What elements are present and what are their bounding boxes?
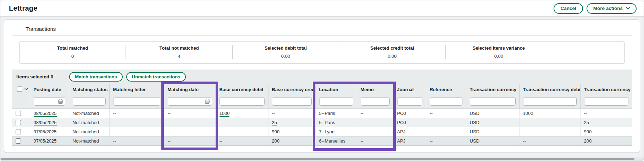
cell-matching-status: Not-matched (69, 127, 109, 136)
cell-transaction-currency-debit: -- (519, 118, 580, 127)
cell-text: USD (470, 138, 479, 144)
cell-location: 7--Lyon (315, 127, 357, 136)
cell-journal: APJ (393, 136, 426, 145)
page-body: Transactions Total matched0Total not mat… (0, 17, 644, 153)
cell-text: 25 (584, 120, 589, 125)
transactions-table: Posting dateMatching statusMatching lett… (12, 84, 632, 146)
posting-date-link[interactable]: 08/05/2025 (34, 120, 57, 126)
column-header-location[interactable]: Location (315, 84, 357, 94)
items-selected-count: Items selected 0 (16, 74, 53, 79)
base-currency-credit-link[interactable]: 25 (272, 120, 277, 126)
filter-input-reference[interactable] (430, 97, 462, 106)
column-header-base-currency-debit[interactable]: Base currency debit (216, 84, 268, 94)
filter-cell-transaction-currency-debit (519, 94, 580, 109)
cell-memo: -- (357, 136, 393, 145)
cell-text: -- (361, 111, 364, 116)
filter-input-location[interactable] (319, 97, 353, 106)
cell-text: 5--Paris (319, 120, 335, 125)
summary-stat-4: Selected items variance0,00 (445, 45, 552, 59)
cell-text: 200 (584, 138, 592, 144)
cell-text: -- (272, 111, 275, 116)
horizontal-scrollbar-thumb[interactable] (1, 158, 634, 160)
row-checkbox[interactable] (16, 120, 21, 125)
filter-input-matching-status[interactable] (73, 97, 106, 106)
posting-date-link[interactable]: 07/05/2025 (34, 138, 57, 144)
column-header-label: Transaction currency debit (523, 87, 581, 92)
cell-matching-letter: -- (109, 118, 164, 127)
unmatch-transactions-button[interactable]: Unmatch transactions (126, 72, 186, 82)
table-filter-row (12, 94, 632, 109)
filter-cell-transaction-currency-credit (580, 94, 632, 109)
cell-location: 5--Paris (315, 118, 357, 127)
filter-input-transaction-currency-credit[interactable] (584, 97, 629, 106)
column-header-reference[interactable]: Reference (426, 84, 466, 94)
summary-stat-label: Selected debit total (233, 45, 339, 51)
column-header-matching-date[interactable]: Matching date (164, 84, 216, 94)
cell-base-currency-credit: 25 (268, 118, 315, 127)
base-currency-credit-link[interactable]: 200 (272, 138, 280, 144)
cell-text: Not-matched (73, 111, 99, 116)
cell-matching-letter: -- (109, 136, 164, 145)
cell-matching-letter: -- (109, 127, 164, 136)
filter-input-transaction-currency[interactable] (470, 97, 516, 106)
cell-transaction-currency-debit: 1000 (519, 109, 580, 118)
row-checkbox[interactable] (16, 129, 21, 134)
column-header-label: Posting date (34, 87, 61, 92)
column-header-transaction-currency-debit[interactable]: Transaction currency debit (519, 84, 580, 94)
cell-transaction-currency-credit: -- (580, 109, 632, 118)
column-header-label: Journal (397, 87, 414, 92)
column-header-memo[interactable]: Memo (357, 84, 393, 94)
cell-posting-date: 07/05/2025 (30, 127, 69, 136)
filter-input-transaction-currency-debit[interactable] (523, 97, 577, 106)
calendar-icon[interactable] (58, 99, 63, 104)
cell-base-currency-debit: -- (216, 136, 268, 145)
filter-cell-posting-date (30, 94, 69, 109)
match-transactions-button[interactable]: Match transactions (69, 72, 122, 82)
select-all-checkbox[interactable] (17, 87, 22, 92)
select-menu-chevron-icon[interactable] (24, 88, 28, 90)
cell-transaction-currency-credit: 25 (580, 118, 632, 127)
cell-text: -- (523, 120, 526, 125)
column-header-matching-status[interactable]: Matching status (69, 84, 109, 94)
column-header-matching-letter[interactable]: Matching letter (109, 84, 164, 94)
table-row: 08/05/2025Not-matched------255--Paris--P… (12, 118, 632, 127)
filter-cell-reference (426, 94, 466, 109)
page-title: Lettrage (9, 4, 38, 12)
column-header-transaction-currency[interactable]: Transaction currency (466, 84, 519, 94)
summary-stat-value: 0,00 (446, 54, 552, 59)
filter-cell-base-currency-debit (216, 94, 268, 109)
summary-stat-label: Selected credit total (339, 45, 445, 51)
cell-text: -- (220, 129, 223, 134)
cell-reference: -- (426, 118, 466, 127)
cell-text: -- (523, 138, 526, 144)
row-checkbox[interactable] (16, 111, 21, 116)
more-actions-button[interactable]: More actions (587, 3, 637, 14)
posting-date-link[interactable]: 08/05/2025 (34, 111, 57, 117)
cell-matching-status: Not-matched (69, 136, 109, 145)
filter-input-base-currency-debit[interactable] (220, 97, 265, 106)
base-currency-debit-link[interactable]: 1000 (220, 111, 230, 117)
filter-input-matching-letter[interactable] (113, 97, 160, 106)
cell-base-currency-credit: -- (268, 109, 315, 118)
column-header-base-currency-credit[interactable]: Base currency credit (268, 84, 315, 94)
filter-input-journal[interactable] (397, 97, 422, 106)
column-header-posting-date[interactable]: Posting date (30, 84, 69, 94)
base-currency-credit-link[interactable]: 990 (272, 129, 280, 135)
column-header-journal[interactable]: Journal (393, 84, 426, 94)
cell-matching-date: -- (164, 127, 216, 136)
cell-location: 6--Marseilles (315, 136, 357, 145)
column-header-transaction-currency-credit[interactable]: Transaction currency credit (580, 84, 632, 94)
row-checkbox[interactable] (16, 138, 21, 144)
calendar-icon[interactable] (205, 99, 210, 104)
cell-text: -- (361, 129, 364, 134)
cell-journal: POJ (393, 118, 426, 127)
cancel-button[interactable]: Cancel (554, 3, 583, 14)
cell-text: -- (220, 138, 223, 144)
filter-input-base-currency-credit[interactable] (272, 97, 312, 106)
cell-reference: -- (426, 109, 466, 118)
more-actions-button-label: More actions (593, 6, 623, 11)
posting-date-link[interactable]: 07/05/2025 (34, 129, 57, 135)
filter-input-memo[interactable] (361, 97, 390, 106)
summary-stat-3: Selected credit total0,00 (339, 45, 445, 59)
column-header-label: Memo (361, 87, 374, 92)
